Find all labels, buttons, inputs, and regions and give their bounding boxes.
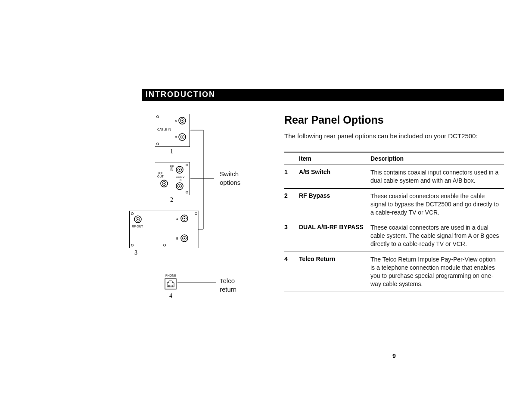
rear-panel-diagram: CABLE IN A B 1 RFOUT RFIN CONVIN [142,114,271,329]
coax-icon [178,117,186,125]
svg-point-8 [164,183,165,184]
svg-point-14 [179,186,180,187]
coax-icon [176,166,184,174]
svg-point-20 [184,218,185,219]
coax-icon [178,133,186,141]
label-rf-out: RFOUT [157,172,164,178]
text-column: Rear Panel Options The following rear pa… [284,114,504,359]
section-header: INTRODUCTION [142,89,504,101]
label-phone: PHONE [165,274,176,277]
page-number: 9 [284,352,504,359]
panel-rf-bypass: RFOUT RFIN CONVIN [155,162,190,195]
label-telco-return: Telcoreturn [220,277,236,293]
diagram-number-2: 2 [170,196,173,203]
table-row: 1 A/B Switch This contains coaxial input… [284,165,504,189]
bracket-line [190,114,221,248]
label-a: A [176,218,178,221]
document-page: INTRODUCTION CABLE IN A B 1 [142,89,504,359]
intro-text: The following rear panel options can be … [284,132,504,140]
coax-icon [180,215,188,222]
diagram-number-1: 1 [170,148,173,155]
telco-line [177,282,216,283]
coax-icon [160,180,168,187]
table-row: 4 Telco Return The Telco Return Impulse … [284,252,504,292]
col-item: Item [299,152,370,165]
label-cable-in: CABLE IN [157,128,171,131]
panel-telco: PHONE [165,277,177,293]
diagram-number-3: 3 [134,249,137,256]
label-switch-options: Switchoptions [220,170,240,187]
panel-dual-ab-rf-bypass: RF OUT A B [129,211,199,248]
coax-icon [180,234,188,242]
svg-rect-24 [165,279,176,289]
phone-jack-icon [165,278,177,290]
svg-point-5 [182,137,183,138]
label-conv-in: CONVIN [176,175,184,181]
svg-point-11 [179,169,180,171]
table-row: 3 DUAL A/B-RF BYPASS These coaxial conne… [284,220,504,252]
col-description: Description [370,152,504,165]
coax-icon [176,182,184,190]
label-rf-in: RFIN [170,165,174,171]
coax-icon [134,215,142,223]
svg-point-23 [184,238,185,239]
svg-point-17 [137,219,139,220]
diagram-column: CABLE IN A B 1 RFOUT RFIN CONVIN [142,114,276,359]
page-title: Rear Panel Options [284,114,504,126]
panel-ab-switch: CABLE IN A B [155,114,190,147]
label-b: B [176,237,178,240]
label-rf-out: RF OUT [132,225,143,228]
label-b: B [175,136,177,139]
content-row: CABLE IN A B 1 RFOUT RFIN CONVIN [142,114,504,359]
table-row: 2 RF Bypass These coaxial connectors ena… [284,188,504,220]
diagram-number-4: 4 [169,293,172,299]
options-table: Item Description 1 A/B Switch This conta… [284,152,504,292]
label-a: A [175,119,177,122]
svg-point-2 [182,120,183,121]
